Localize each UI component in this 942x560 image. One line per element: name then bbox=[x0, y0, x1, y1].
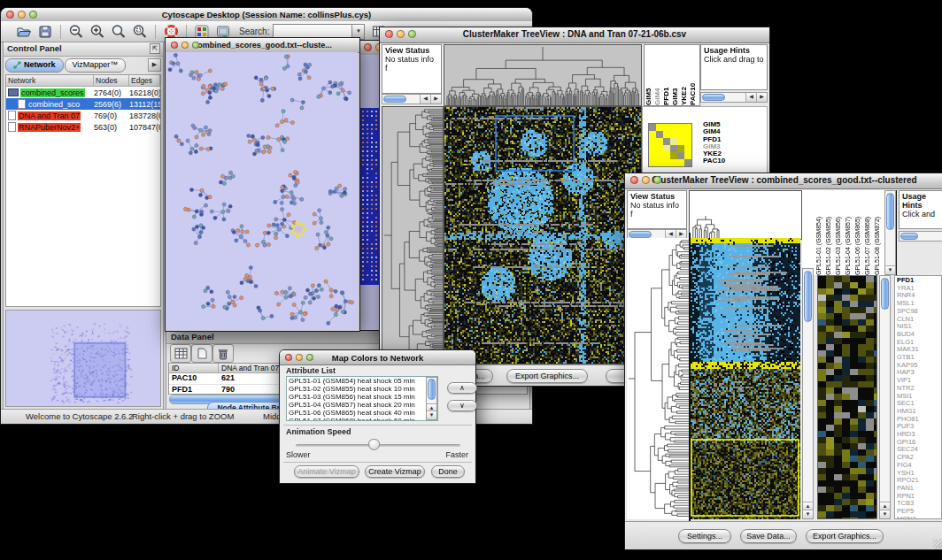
close-button[interactable] bbox=[171, 42, 178, 49]
network-view-title-bar[interactable]: combined_scores_good.txt--cluste... bbox=[166, 38, 359, 53]
save-data-button[interactable]: Save Data... bbox=[740, 529, 797, 543]
row-dendrogram[interactable] bbox=[382, 106, 444, 364]
new-attribute-button[interactable] bbox=[191, 344, 212, 363]
treeview-combined-buttonbar: Settings... Save Data... Export Graphics… bbox=[625, 521, 942, 549]
array-column-label: GPL51-08 (GSM872) bbox=[874, 192, 884, 275]
dialog-title-bar[interactable]: Map Colors to Network bbox=[280, 350, 475, 365]
zoom-heatmap-view[interactable] bbox=[817, 275, 877, 519]
minimize-button[interactable] bbox=[397, 30, 405, 38]
scroll-down-arrow[interactable]: ▼ bbox=[803, 510, 813, 518]
scroll-left-arrow[interactable]: ◀ bbox=[420, 95, 430, 104]
network-table-row[interactable]: combined_sco 2569(6) 13112(15) bbox=[6, 98, 160, 110]
treeview-combined-title-bar[interactable]: ClusterMaker TreeView : combined_scores_… bbox=[625, 173, 942, 189]
scroll-down-arrow[interactable]: ▼ bbox=[427, 410, 436, 419]
zoom-out-button[interactable] bbox=[66, 23, 87, 41]
move-down-button[interactable]: ∨ bbox=[447, 400, 477, 411]
close-button[interactable] bbox=[285, 354, 292, 361]
zoom-window-button[interactable] bbox=[408, 30, 416, 38]
attribute-list-label: Attribute List bbox=[286, 366, 336, 375]
array-column-label: GPL51-04 (GSM857) bbox=[845, 192, 854, 275]
slider-thumb[interactable] bbox=[368, 439, 380, 450]
scroll-right-arrow[interactable]: ▶ bbox=[430, 95, 441, 104]
network-item-icon bbox=[8, 111, 16, 120]
zoom-window-button[interactable] bbox=[192, 42, 199, 49]
network-table-row[interactable]: combined_scores 2764(0) 16218(0) bbox=[6, 87, 160, 98]
view-status-hscrollbar[interactable]: ◀▶ bbox=[382, 94, 442, 104]
minimize-button[interactable] bbox=[181, 42, 189, 49]
save-button[interactable] bbox=[35, 23, 56, 41]
search-label: Search: bbox=[239, 27, 269, 36]
minimize-button[interactable] bbox=[296, 354, 303, 361]
correlation-matrix[interactable] bbox=[648, 123, 692, 167]
export-graphics-button[interactable]: Export Graphics... bbox=[506, 369, 588, 383]
animate-vizmap-button[interactable]: Animate Vizmap bbox=[294, 465, 359, 478]
expression-heatmap[interactable] bbox=[691, 238, 800, 519]
usage-hints-text: Click and bbox=[902, 210, 935, 219]
network-table-row[interactable]: DNA and Tran 07 769(0) 183728(0) bbox=[6, 110, 160, 121]
zoom-selected-button[interactable] bbox=[129, 23, 151, 41]
network-graph-view[interactable] bbox=[166, 52, 358, 330]
scroll-down-arrow[interactable]: ▼ bbox=[880, 510, 890, 518]
main-title-bar[interactable]: Cytoscape Desktop (Session Name: collins… bbox=[1, 8, 532, 22]
usage-hints-hscrollbar[interactable] bbox=[899, 231, 942, 242]
row-dendrogram[interactable] bbox=[627, 238, 689, 519]
slower-label: Slower bbox=[286, 450, 311, 459]
scroll-down-arrow[interactable]: ▼ bbox=[885, 265, 895, 274]
export-graphics-button[interactable]: Export Graphics... bbox=[806, 529, 884, 543]
attribute-item[interactable]: GPL51-01 (GSM854) heat shock 05 min bbox=[287, 377, 437, 385]
attribute-item[interactable]: GPL51-06 (GSM865) heat shock 40 min bbox=[287, 409, 437, 417]
scroll-left-arrow[interactable]: ◀ bbox=[745, 93, 756, 102]
open-file-button[interactable] bbox=[13, 23, 35, 41]
close-button[interactable] bbox=[385, 30, 393, 38]
view-status-panel: View Status No status info f bbox=[627, 190, 687, 229]
usage-hints-hscrollbar[interactable]: ◀▶ bbox=[700, 92, 768, 103]
zoom-in-button[interactable] bbox=[87, 23, 108, 41]
network-overview-thumbnail[interactable] bbox=[5, 310, 161, 407]
attribute-list[interactable]: GPL51-01 (GSM854) heat shock 05 minGPL51… bbox=[286, 376, 438, 421]
heatmap-vscrollbar[interactable]: ▲ ▼ bbox=[802, 268, 814, 519]
float-panel-icon[interactable]: ⇱ bbox=[150, 43, 160, 54]
settings-button[interactable]: Settings... bbox=[678, 529, 731, 543]
treeview-dna-title-bar[interactable]: ClusterMaker TreeView : DNA and Tran 07-… bbox=[380, 27, 769, 43]
gene-list-item[interactable]: MON2 bbox=[897, 516, 939, 519]
minimize-button[interactable] bbox=[642, 176, 650, 184]
close-button[interactable] bbox=[630, 176, 638, 184]
select-attributes-button[interactable] bbox=[170, 344, 191, 363]
tab-overflow-arrow[interactable]: ▶ bbox=[148, 58, 161, 72]
zoom-vscrollbar[interactable]: ▲ ▼ bbox=[879, 275, 891, 519]
expression-heatmap[interactable] bbox=[444, 106, 642, 364]
tab-network[interactable]: Network bbox=[5, 58, 64, 73]
zoom-fit-button[interactable] bbox=[108, 23, 129, 41]
delete-attribute-button[interactable] bbox=[212, 344, 234, 363]
scroll-right-arrow[interactable]: ▶ bbox=[756, 93, 767, 102]
gene-label[interactable]: PAC10 bbox=[703, 157, 725, 165]
gene-label-list: GIM5GIM4PFD1GIM3YKE2PAC10 bbox=[703, 121, 725, 165]
attribute-item[interactable]: GPL51-04 (GSM857) heat shock 20 min bbox=[287, 401, 437, 409]
minimize-button[interactable] bbox=[18, 11, 26, 19]
done-button[interactable]: Done bbox=[431, 465, 465, 478]
attribute-item[interactable]: GPL51-02 (GSM855) heat shock 10 min bbox=[287, 385, 437, 393]
zoom-window-button[interactable] bbox=[29, 11, 37, 19]
column-dendrogram[interactable] bbox=[444, 44, 642, 106]
move-up-button[interactable]: ∧ bbox=[447, 382, 477, 394]
close-button[interactable] bbox=[6, 11, 14, 19]
attribute-list-vscrollbar[interactable]: ▲ ▼ bbox=[426, 377, 437, 420]
network-table-row[interactable]: RNAPuberNov2+ 563(0) 107847(0) bbox=[6, 121, 160, 133]
attribute-item[interactable]: GPL51-03 (GSM856) heat shock 15 min bbox=[287, 393, 437, 401]
zoom-window-button[interactable] bbox=[306, 354, 313, 361]
open-folder-icon bbox=[16, 25, 32, 39]
resize-grip[interactable] bbox=[933, 539, 942, 548]
labels-vscrollbar[interactable]: ▼ bbox=[884, 190, 896, 275]
view-status-title: View Status bbox=[630, 192, 675, 201]
network-tab-icon bbox=[13, 61, 21, 69]
create-vizmap-button[interactable]: Create Vizmap bbox=[365, 465, 425, 478]
tab-vizmapper[interactable]: VizMapper™ bbox=[65, 58, 127, 73]
usage-hints-title: Usage Hints bbox=[704, 46, 750, 55]
network-item-icon bbox=[8, 88, 19, 96]
zoom-window-button[interactable] bbox=[653, 176, 661, 184]
close-button[interactable] bbox=[364, 43, 372, 51]
attribute-item[interactable]: GPL51-07 (GSM868) heat shock 60 min bbox=[287, 417, 437, 421]
group-separator bbox=[283, 425, 472, 426]
column-dendrogram[interactable] bbox=[689, 190, 802, 240]
network-view-window: combined_scores_good.txt--cluste... bbox=[165, 37, 360, 332]
